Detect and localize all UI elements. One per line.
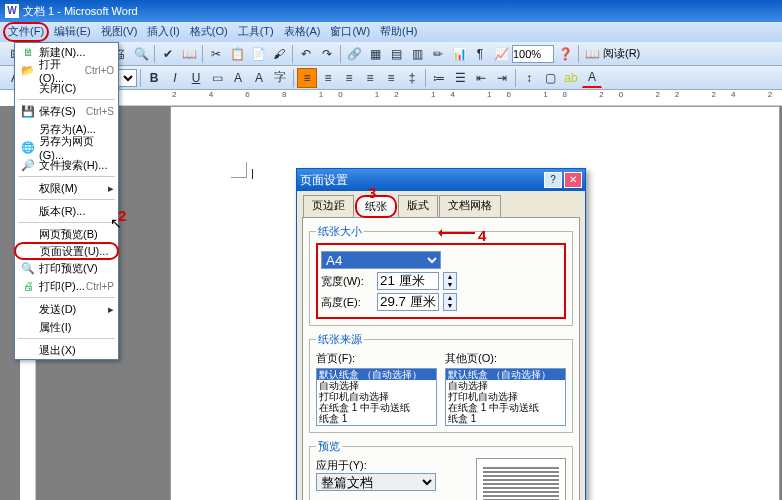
bold-icon[interactable]: B [144,68,164,88]
align-justify-icon[interactable]: ≡ [360,68,380,88]
paper-size-legend: 纸张大小 [316,224,364,239]
search-icon: 🔎 [19,159,37,172]
first-page-list[interactable]: 默认纸盒 （自动选择）自动选择打印机自动选择在纸盒 1 中手动送纸纸盒 1纸盒 … [316,368,437,426]
cursor-icon: ↖ [110,215,122,231]
char-a2-icon[interactable]: A [249,68,269,88]
other-pages-list[interactable]: 默认纸盒 （自动选择）自动选择打印机自动选择在纸盒 1 中手动送纸纸盒 1纸盒 … [445,368,566,426]
spell-icon[interactable]: ✔ [158,44,178,64]
char-a1-icon[interactable]: A [228,68,248,88]
menu-versions[interactable]: 版本(R)... [15,202,118,220]
dialog-tabs: 页边距 纸张 版式 文档网格 [297,191,585,218]
columns-icon[interactable]: ▥ [407,44,427,64]
text-dir-icon[interactable]: ↕ [519,68,539,88]
outdent-icon[interactable]: ⇤ [471,68,491,88]
dialog-title: 页面设置 [300,172,348,189]
menu-print[interactable]: 🖨打印(P)...Ctrl+P [15,277,118,295]
dialog-titlebar[interactable]: 页面设置 ? ✕ [297,169,585,191]
height-spinner[interactable]: ▲▼ [443,293,457,311]
char-a3-icon[interactable]: 字 [270,68,290,88]
menu-open[interactable]: 📂打开(O)...Ctrl+O [15,61,118,79]
paper-size-select[interactable]: A4 [321,251,441,269]
cut-icon[interactable]: ✂ [206,44,226,64]
menu-save[interactable]: 💾保存(S)Ctrl+S [15,102,118,120]
menu-view[interactable]: 视图(V) [96,22,143,42]
bullets-icon[interactable]: ☰ [450,68,470,88]
underline-icon[interactable]: U [186,68,206,88]
close-button[interactable]: ✕ [564,172,582,188]
folder-icon: 📂 [19,64,37,77]
menu-print-preview[interactable]: 🔍打印预览(V) [15,259,118,277]
indent-icon[interactable]: ⇥ [492,68,512,88]
annotation-4: 4 [478,227,486,244]
align-right-icon[interactable]: ≡ [339,68,359,88]
italic-icon[interactable]: I [165,68,185,88]
align-left-icon[interactable]: ≡ [297,68,317,88]
menu-permission[interactable]: 权限(M) [15,179,118,197]
paper-source-group: 纸张来源 首页(F): 默认纸盒 （自动选择）自动选择打印机自动选择在纸盒 1 … [309,332,573,433]
help-button[interactable]: ? [544,172,562,188]
linespace-icon[interactable]: ‡ [402,68,422,88]
align-center-icon[interactable]: ≡ [318,68,338,88]
chart-icon[interactable]: 📈 [491,44,511,64]
apply-to-select[interactable]: 整篇文档 [316,473,436,491]
menu-properties[interactable]: 属性(I) [15,318,118,336]
showhide-icon[interactable]: ¶ [470,44,490,64]
preview-icon[interactable]: 🔍 [131,44,151,64]
research-icon[interactable]: 📖 [179,44,199,64]
menu-page-setup[interactable]: 页面设置(U)... [14,242,119,260]
menu-help[interactable]: 帮助(H) [375,22,422,42]
horizontal-ruler[interactable]: 2 4 6 8 10 12 14 16 18 20 22 24 26 28 30… [22,90,782,106]
paste-icon[interactable]: 📄 [248,44,268,64]
border2-icon[interactable]: ▢ [540,68,560,88]
menu-insert[interactable]: 插入(I) [142,22,184,42]
help-icon[interactable]: ❓ [555,44,575,64]
menu-exit[interactable]: 退出(X) [15,341,118,359]
menu-web-preview[interactable]: 网页预览(B) [15,225,118,243]
menu-tools[interactable]: 工具(T) [233,22,279,42]
menu-format[interactable]: 格式(O) [185,22,233,42]
excel-icon[interactable]: ▤ [386,44,406,64]
fontcolor-icon[interactable]: A [582,68,602,88]
height-label: 高度(E): [321,295,373,310]
reading-label[interactable]: 阅读(R) [603,46,640,61]
link-icon[interactable]: 🔗 [344,44,364,64]
menu-table[interactable]: 表格(A) [279,22,326,42]
highlight-icon[interactable]: ab [561,68,581,88]
menu-window[interactable]: 窗口(W) [325,22,375,42]
menu-save-web[interactable]: 🌐另存为网页(G)... [15,138,118,156]
text-cursor: | [251,167,254,179]
distribute-icon[interactable]: ≡ [381,68,401,88]
drawing-icon[interactable]: ✏ [428,44,448,64]
window-title: 文档 1 - Microsoft Word [23,4,138,19]
menu-bar[interactable]: 1 文件(F) 编辑(E) 视图(V) 插入(I) 格式(O) 工具(T) 表格… [0,22,782,42]
zoom-input[interactable] [512,45,554,63]
menu-file[interactable]: 文件(F) [3,22,49,42]
table-icon[interactable]: ▦ [365,44,385,64]
annotation-1: 1 [0,18,3,39]
width-spinner[interactable]: ▲▼ [443,272,457,290]
page-setup-dialog: 页面设置 ? ✕ 页边距 纸张 版式 文档网格 纸张大小 A4 宽度(W):▲▼… [296,168,586,500]
menu-file-search[interactable]: 🔎文件搜索(H)... [15,156,118,174]
word-icon: W [5,4,19,18]
format-painter-icon[interactable]: 🖌 [269,44,289,64]
menu-close[interactable]: 关闭(C) [15,79,118,97]
preview-icon: 🔍 [19,262,37,275]
width-input[interactable] [377,272,439,290]
numbering-icon[interactable]: ≔ [429,68,449,88]
menu-send[interactable]: 发送(D) [15,300,118,318]
tab-layout[interactable]: 版式 [398,195,438,218]
menu-edit[interactable]: 编辑(E) [49,22,96,42]
border-icon[interactable]: ▭ [207,68,227,88]
redo-icon[interactable]: ↷ [317,44,337,64]
preview-group: 预览 应用于(Y): 整篇文档 打印选项(T)... [309,439,573,500]
web-icon: 🌐 [19,141,37,154]
tab-grid[interactable]: 文档网格 [439,195,501,218]
tab-margins[interactable]: 页边距 [303,195,354,218]
height-input[interactable] [377,293,439,311]
width-label: 宽度(W): [321,274,373,289]
reading-icon[interactable]: 📖 [582,44,602,64]
copy-icon[interactable]: 📋 [227,44,247,64]
undo-icon[interactable]: ↶ [296,44,316,64]
blank-doc-icon: 🗎 [19,46,37,58]
map-icon[interactable]: 📊 [449,44,469,64]
